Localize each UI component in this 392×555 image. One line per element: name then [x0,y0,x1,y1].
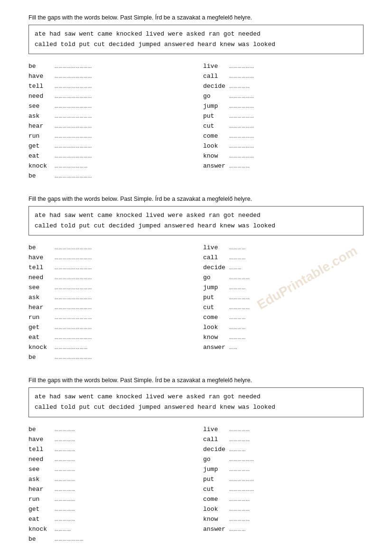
fill-dots: …………… [229,506,364,513]
fill-dots: …………… [229,496,364,503]
fill-dots: ……………………… [55,122,189,130]
fill-dots: ……………………… [55,324,189,331]
fill-dots: ………… [55,526,189,533]
list-item: need……………………… [28,274,189,281]
list-item: cut…………… [203,304,364,311]
word-label: have [28,254,55,261]
list-item: run…………… [28,496,189,503]
word-label: live [203,426,229,433]
word-label: tell [28,264,55,271]
word-label: knock [28,162,55,169]
fill-dots: ……………………… [55,142,189,150]
list-item: decide……… [203,264,364,271]
list-item: put…………… [203,294,364,301]
fill-dots: …………… [55,486,189,493]
fill-dots: ……………………… [55,244,189,251]
list-item: have……………………… [28,254,189,261]
fill-dots: ……………… [229,73,364,80]
list-item: put……………… [203,476,364,483]
word-label: go [203,274,229,281]
list-item: come…………… [203,496,364,503]
word-label: have [28,436,55,443]
fill-dots: ……………… [229,132,364,140]
fill-dots: …………… [229,466,364,473]
fill-dots: ……………………… [55,152,189,160]
list-item: live…………… [203,426,364,433]
left-column-2: be………………………have………………………tell………………………nee… [28,244,189,364]
list-item: come……………… [203,132,364,140]
word-label: be [28,172,55,179]
word-box-1: ate had saw went came knocked lived were… [28,25,364,54]
word-label: look [203,506,229,513]
fill-dots: …………… [229,516,364,523]
word-label: live [203,63,229,70]
word-label: come [203,496,229,503]
list-item: jump…………… [203,466,364,473]
list-item: ask……………………… [28,113,189,120]
fill-dots: …………… [229,436,364,443]
fill-dots: ……………………… [55,83,189,90]
word-label: be [28,354,55,361]
word-label: get [28,324,55,331]
fill-dots: ………… [229,324,364,331]
list-item: knock…………………… [28,162,189,169]
fill-dots: …………… [55,496,189,503]
list-item: run……………………… [28,314,189,321]
fill-dots: …………… [229,83,364,90]
list-item: hear…………… [28,486,189,493]
list-item: have…………… [28,436,189,443]
word-label: knock [28,344,55,351]
list-item: answer………… [203,526,364,533]
list-item: be……………………… [28,244,189,251]
fill-dots: ……………… [229,122,364,130]
list-item: knock………… [28,526,189,533]
word-label: jump [203,103,229,110]
fill-dots: …………… [55,456,189,463]
exercise-grid-3: be……………have……………tell……………need……………see………… [28,426,364,546]
word-label: run [28,132,55,140]
list-item: jump………… [203,284,364,291]
word-label: call [203,73,229,80]
word-label: answer [203,526,229,533]
list-item: know……………… [203,152,364,160]
fill-dots: ……………………… [55,73,189,80]
list-item: be…………… [28,426,189,433]
list-item: see…………… [28,466,189,473]
word-label: be [28,536,55,543]
word-label: decide [203,83,229,90]
word-label: have [28,73,55,80]
word-label: see [28,103,55,110]
list-item: call……………… [203,73,364,80]
word-label: decide [203,264,229,271]
fill-dots: ……………… [229,476,364,483]
word-label: cut [203,486,229,493]
fill-dots: ………………… [55,536,189,543]
word-label: cut [203,122,229,130]
list-item: be……………………… [28,354,189,361]
list-item: go…………… [203,274,364,281]
word-label: see [28,466,55,473]
fill-dots: ……………………… [55,93,189,100]
list-item: cut……………… [203,122,364,130]
list-item: answer…………… [203,162,364,169]
fill-dots: ………… [229,526,364,533]
word-label: be [28,63,55,70]
fill-dots: ………… [229,446,364,453]
fill-dots: ……………………… [55,314,189,321]
word-label: hear [28,122,55,130]
word-label: run [28,314,55,321]
right-column-2: live…………call…………decide………go……………jump…………… [203,244,364,364]
list-item: ask…………… [28,476,189,483]
fill-dots: ……………… [229,486,364,493]
instruction-3: Fill the gaps with the words below. Past… [28,377,364,384]
word-label: go [203,93,229,100]
word-label: put [203,113,229,120]
fill-dots: …………………… [55,344,189,351]
word-box-2: ate had saw went came knocked lived were… [28,206,364,235]
fill-dots: …………… [55,446,189,453]
list-item: cut……………… [203,486,364,493]
word-label: come [203,132,229,140]
word-label: put [203,476,229,483]
fill-dots: ……………………… [55,254,189,261]
fill-dots: ……… [229,264,364,271]
